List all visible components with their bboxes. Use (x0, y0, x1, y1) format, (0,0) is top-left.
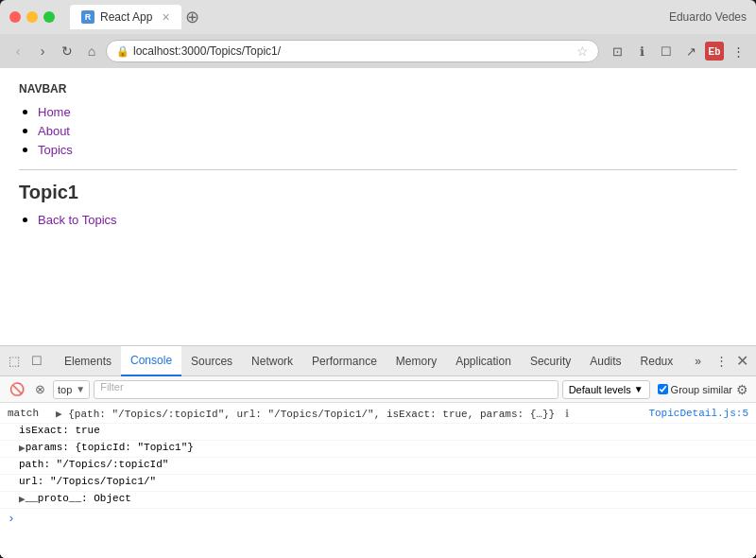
levels-arrow: ▼ (634, 384, 644, 394)
back-to-topics-link[interactable]: Back to Topics (38, 213, 117, 227)
tab-bar: R React App × ⊕ (70, 5, 663, 29)
console-url-line: url: "/Topics/Topic1/" (0, 475, 756, 492)
minimize-button[interactable] (26, 11, 38, 23)
reload-button[interactable]: ↻ (57, 41, 77, 61)
tab-sources[interactable]: Sources (181, 346, 242, 376)
tab-application[interactable]: Application (446, 346, 521, 376)
default-levels-selector[interactable]: Default levels ▼ (562, 380, 650, 399)
page-divider (19, 169, 737, 170)
back-link-item[interactable]: Back to Topics (38, 211, 737, 228)
inspect-icon[interactable]: ⬚ (4, 351, 25, 372)
topic-title: Topic1 (19, 182, 737, 203)
topics-link[interactable]: Topics (38, 143, 73, 157)
default-levels-label: Default levels (569, 384, 631, 395)
tab-close-icon[interactable]: × (162, 9, 169, 25)
lock-icon: 🔒 (116, 45, 129, 58)
devtools-options-icon[interactable]: ⋮ (711, 351, 731, 372)
user-name: Eduardo Vedes (669, 10, 747, 24)
console-match-line: match ▶ {path: "/Topics/:topicId", url: … (0, 407, 756, 424)
address-bar[interactable]: 🔒 localhost:3000/Topics/Topic1/ ☆ (106, 40, 599, 62)
page-content: NAVBAR Home About Topics Topic1 Back to … (0, 68, 756, 558)
navbar-label: NAVBAR (19, 82, 737, 96)
devtools-tabs: ⬚ ☐ Elements Console Sources Network Per… (0, 346, 756, 376)
traffic-lights (9, 11, 55, 23)
address-text: localhost:3000/Topics/Topic1/ (133, 44, 573, 58)
tab-performance[interactable]: Performance (302, 346, 387, 376)
tab-memory[interactable]: Memory (387, 346, 446, 376)
console-path-line: path: "/Topics/:topicId" (0, 458, 756, 475)
tab-redux[interactable]: Redux (631, 346, 683, 376)
console-proto-line: ▶ __proto__: Object (0, 492, 756, 509)
navigation-bar: ‹ › ↻ ⌂ 🔒 localhost:3000/Topics/Topic1/ … (0, 34, 756, 68)
tab-audits[interactable]: Audits (580, 346, 630, 376)
arrow-icon[interactable]: ↗ (680, 41, 701, 61)
open-brace: ▶ (56, 409, 68, 420)
group-similar-checkbox[interactable]: Group similar (658, 384, 732, 395)
more-tabs-button[interactable]: » (685, 346, 711, 376)
active-tab[interactable]: R React App × (70, 5, 181, 29)
context-value: top (58, 384, 72, 395)
nav-icons: ⊡ ℹ ☐ ↗ Eb ⋮ (607, 41, 748, 61)
filter-placeholder: Filter (100, 381, 123, 392)
close-button[interactable] (9, 11, 21, 23)
expand-icon: ℹ (565, 409, 569, 420)
devtools-left-icons: ⬚ ☐ (4, 351, 47, 372)
info-icon[interactable]: ℹ (631, 41, 652, 61)
prompt-arrow-icon: › (8, 512, 15, 526)
devtools-close-button[interactable]: ✕ (731, 351, 752, 372)
match-obj-text: {path: "/Topics/:topicId", url: "/Topics… (68, 409, 555, 420)
browser-window: R React App × ⊕ Eduardo Vedes ‹ › ↻ ⌂ 🔒 … (0, 0, 756, 558)
stop-icon[interactable]: ⊗ (30, 380, 49, 399)
tab-elements[interactable]: Elements (55, 346, 121, 376)
home-link[interactable]: Home (38, 105, 71, 119)
menu-icon[interactable]: ⋮ (728, 41, 748, 61)
nav-links: Home About Topics (19, 103, 737, 158)
tab-favicon: R (81, 10, 94, 24)
device-icon[interactable]: ☐ (26, 351, 47, 372)
url-text: url: "/Topics/Topic1/" (19, 476, 156, 487)
proto-expand-arrow[interactable]: ▶ (19, 493, 26, 505)
nav-link-topics[interactable]: Topics (38, 141, 737, 158)
params-text: params: {topicId: "Topic1"} (26, 442, 194, 453)
console-settings-icon[interactable]: ⚙ (736, 382, 748, 397)
proto-text: __proto__: Object (26, 493, 131, 504)
tab-title: React App (100, 10, 152, 24)
console-is-exact-line: isExact: true (0, 424, 756, 441)
extension-icon[interactable]: Eb (705, 42, 724, 61)
console-params-line: ▶ params: {topicId: "Topic1"} (0, 441, 756, 458)
tab-console[interactable]: Console (121, 346, 181, 376)
cast-icon[interactable]: ⊡ (607, 41, 627, 61)
group-similar-input[interactable] (658, 384, 668, 394)
console-source-file[interactable]: TopicDetail.js:5 (648, 408, 748, 419)
nav-link-home[interactable]: Home (38, 103, 737, 120)
console-prompt[interactable]: › (0, 509, 756, 529)
forward-button[interactable]: › (32, 41, 53, 61)
console-toolbar: 🚫 ⊗ top ▼ Filter Default levels ▼ Group … (0, 376, 756, 403)
context-dropdown-arrow: ▼ (76, 384, 85, 394)
clear-console-icon[interactable]: 🚫 (8, 380, 26, 399)
bookmark-icon[interactable]: ☆ (576, 44, 589, 59)
title-bar: R React App × ⊕ Eduardo Vedes (0, 0, 756, 34)
tab-network[interactable]: Network (242, 346, 302, 376)
path-text: path: "/Topics/:topicId" (19, 459, 168, 470)
console-output: match ▶ {path: "/Topics/:topicId", url: … (0, 403, 756, 558)
back-button[interactable]: ‹ (8, 41, 28, 61)
group-similar-label: Group similar (671, 384, 732, 395)
nav-link-about[interactable]: About (38, 122, 737, 139)
mobile-icon[interactable]: ☐ (656, 41, 677, 61)
home-button[interactable]: ⌂ (81, 41, 102, 61)
about-link[interactable]: About (38, 124, 70, 138)
maximize-button[interactable] (43, 11, 55, 23)
new-tab-button[interactable]: ⊕ (185, 9, 199, 26)
tab-security[interactable]: Security (521, 346, 580, 376)
context-selector[interactable]: top ▼ (53, 380, 90, 399)
console-filter-input[interactable]: Filter (94, 380, 558, 399)
is-exact-text: isExact: true (19, 425, 100, 436)
back-link-list: Back to Topics (19, 211, 737, 228)
console-match-value: ▶ {path: "/Topics/:topicId", url: "/Topi… (56, 408, 648, 420)
console-match-label: match (8, 408, 50, 419)
web-page: NAVBAR Home About Topics Topic1 Back to … (0, 68, 756, 345)
devtools-panel: ⬚ ☐ Elements Console Sources Network Per… (0, 345, 756, 558)
params-expand-arrow[interactable]: ▶ (19, 442, 26, 454)
